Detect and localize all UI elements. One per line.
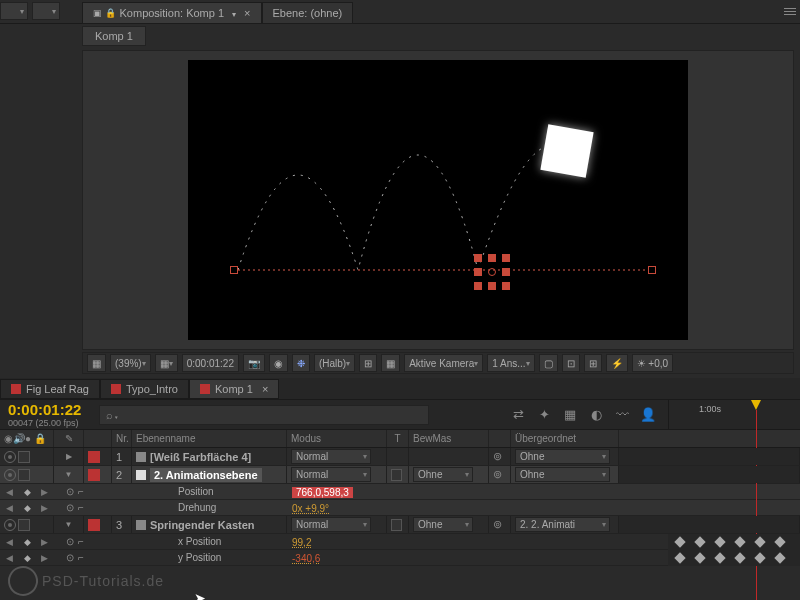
keyframe-marker[interactable] <box>694 536 705 547</box>
camera-dropdown[interactable]: Aktive Kamera <box>404 354 483 372</box>
current-time-indicator[interactable] <box>751 400 761 600</box>
blend-mode-dropdown[interactable]: Normal <box>291 467 371 482</box>
keyframe-toggle[interactable]: ◆ <box>24 537 31 547</box>
stopwatch-icon[interactable]: ⊙ <box>66 486 74 497</box>
prev-keyframe-icon[interactable]: ◀ <box>6 487 13 497</box>
keyframe-marker[interactable] <box>774 552 785 563</box>
timecode-display[interactable]: 0:00:01:22 <box>182 354 239 372</box>
comp-flowchart-icon[interactable]: ⇄ <box>508 405 528 425</box>
path-handle[interactable] <box>230 266 238 274</box>
fast-preview-icon[interactable]: ⚡ <box>606 354 628 372</box>
graph-icon[interactable]: ⌐ <box>78 552 84 563</box>
white-square-layer[interactable] <box>540 124 593 177</box>
keyframe-marker[interactable] <box>674 536 685 547</box>
motion-blur-icon[interactable]: ◐ <box>586 405 606 425</box>
property-row-yposition[interactable]: ◀◆▶ ⊙⌐ y Position -340,6 <box>0 550 800 566</box>
layer-tab[interactable]: Ebene: (ohne) <box>262 2 354 24</box>
chevron-down-icon[interactable] <box>228 7 236 19</box>
blend-mode-dropdown[interactable]: Normal <box>291 449 371 464</box>
solo-toggle[interactable] <box>18 451 30 463</box>
prev-keyframe-icon[interactable]: ◀ <box>6 503 13 513</box>
dropdown-small[interactable] <box>32 2 60 20</box>
visibility-toggle[interactable] <box>4 469 16 481</box>
keyframe-marker[interactable] <box>674 552 685 563</box>
stopwatch-icon[interactable]: ⊙ <box>66 536 74 547</box>
resolution-dropdown[interactable]: ▦ <box>155 354 178 372</box>
parent-dropdown[interactable]: 2. 2. Animati <box>515 517 610 532</box>
collapse-arrow[interactable]: ▼ <box>65 470 73 479</box>
views-dropdown[interactable]: 1 Ans... <box>487 354 534 372</box>
track-matte-toggle[interactable] <box>391 469 402 481</box>
panel-menu-icon[interactable] <box>782 3 798 19</box>
property-value[interactable]: -340,6 <box>292 553 320 564</box>
label-color[interactable] <box>88 519 100 531</box>
quality-dropdown[interactable]: (Halb) <box>314 354 355 372</box>
solo-toggle[interactable] <box>18 519 30 531</box>
path-handle[interactable] <box>648 266 656 274</box>
next-keyframe-icon[interactable]: ▶ <box>41 553 48 563</box>
keyframe-marker[interactable] <box>714 536 725 547</box>
draft3d-icon[interactable]: ✦ <box>534 405 554 425</box>
keyframe-toggle[interactable]: ◆ <box>24 553 31 563</box>
keyframe-marker[interactable] <box>734 536 745 547</box>
collapse-arrow[interactable]: ▼ <box>65 520 73 529</box>
color-icon[interactable]: ❉ <box>292 354 310 372</box>
property-row-rotation[interactable]: ◀◆▶ ⊙⌐ Drehung 0x +9,9° <box>0 500 800 516</box>
blend-mode-dropdown[interactable]: Normal <box>291 517 371 532</box>
keyframe-marker[interactable] <box>754 536 765 547</box>
timeline-tab-active[interactable]: Komp 1× <box>189 379 279 399</box>
hand-tool-icon[interactable]: ▦ <box>87 354 106 372</box>
property-value[interactable]: 0x +9,9° <box>292 503 329 514</box>
stopwatch-icon[interactable]: ⊙ <box>66 502 74 513</box>
view-option-icon[interactable]: ▢ <box>539 354 558 372</box>
composition-viewport[interactable] <box>82 50 794 350</box>
parent-dropdown[interactable]: Ohne <box>515 467 610 482</box>
solo-toggle[interactable] <box>18 469 30 481</box>
stopwatch-icon[interactable]: ⊙ <box>66 552 74 563</box>
layer-name[interactable]: 2. Animationsebene <box>150 468 262 482</box>
shy-icon[interactable]: 👤 <box>638 405 658 425</box>
pickwhip-icon[interactable]: ⊚ <box>493 450 502 463</box>
track-matte-dropdown[interactable]: Ohne <box>413 467 473 482</box>
next-keyframe-icon[interactable]: ▶ <box>41 487 48 497</box>
current-timecode[interactable]: 0:00:01:22 <box>8 401 81 418</box>
composition-tab[interactable]: ▣ 🔒 Komposition: Komp 1 × <box>82 2 262 24</box>
graph-editor-icon[interactable]: 〰 <box>612 405 632 425</box>
selection-handles[interactable] <box>474 254 510 290</box>
property-value[interactable]: 99,2 <box>292 537 311 548</box>
mask-icon[interactable]: ▦ <box>381 354 400 372</box>
keyframe-marker[interactable] <box>714 552 725 563</box>
prev-keyframe-icon[interactable]: ◀ <box>6 537 13 547</box>
layer-row[interactable]: ▼ 3 Springender Kasten Normal Ohne ⊚ 2. … <box>0 516 800 534</box>
graph-icon[interactable]: ⌐ <box>78 486 84 497</box>
track-matte-toggle[interactable] <box>391 519 402 531</box>
keyframe-toggle[interactable]: ◆ <box>24 503 31 513</box>
view-option-icon[interactable]: ⊞ <box>584 354 602 372</box>
keyframe-marker[interactable] <box>694 552 705 563</box>
grid-icon[interactable]: ⊞ <box>359 354 377 372</box>
source-icon[interactable]: ✎ <box>54 430 84 447</box>
layer-name[interactable]: [Weiß Farbfläche 4] <box>150 451 251 463</box>
visibility-toggle[interactable] <box>4 451 16 463</box>
property-row-xposition[interactable]: ◀◆▶ ⊙⌐ x Position 99,2 <box>0 534 800 550</box>
label-color[interactable] <box>88 451 100 463</box>
property-row-position[interactable]: ◀◆▶ ⊙⌐ Position 766,0,598,3 <box>0 484 800 500</box>
visibility-toggle[interactable] <box>4 519 16 531</box>
view-option-icon[interactable]: ⊡ <box>562 354 580 372</box>
graph-icon[interactable]: ⌐ <box>78 536 84 547</box>
channel-icon[interactable]: ◉ <box>269 354 288 372</box>
layer-row[interactable]: ▶ 1 [Weiß Farbfläche 4] Normal ⊚ Ohne <box>0 448 800 466</box>
layer-name[interactable]: Springender Kasten <box>150 519 255 531</box>
track-matte-dropdown[interactable]: Ohne <box>413 517 473 532</box>
dropdown-small[interactable] <box>0 2 28 20</box>
keyframe-toggle[interactable]: ◆ <box>24 487 31 497</box>
keyframe-marker[interactable] <box>754 552 765 563</box>
breadcrumb[interactable]: Komp 1 <box>82 26 146 46</box>
close-icon[interactable]: × <box>244 7 250 19</box>
label-color[interactable] <box>88 469 100 481</box>
next-keyframe-icon[interactable]: ▶ <box>41 537 48 547</box>
close-icon[interactable]: × <box>262 383 268 395</box>
prev-keyframe-icon[interactable]: ◀ <box>6 553 13 563</box>
snapshot-icon[interactable]: 📷 <box>243 354 265 372</box>
expand-arrow[interactable]: ▶ <box>66 452 72 461</box>
